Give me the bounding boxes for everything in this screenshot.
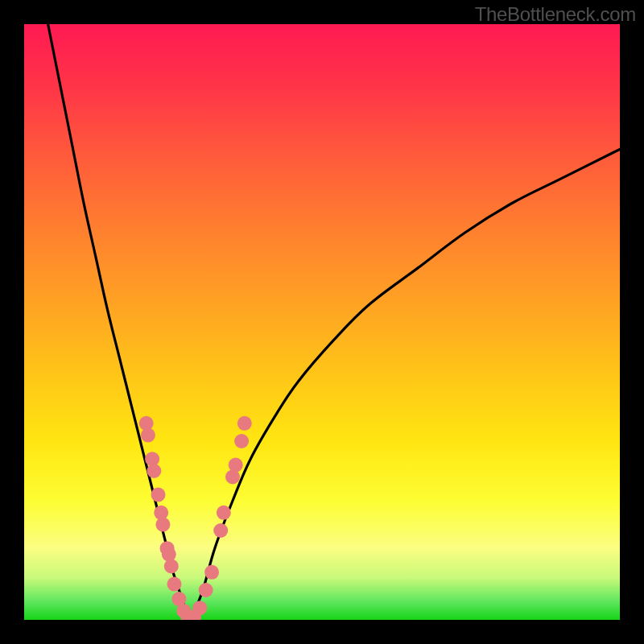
data-point	[217, 506, 231, 520]
data-point	[151, 488, 166, 502]
data-point	[141, 428, 155, 443]
data-point	[147, 464, 161, 478]
watermark-text: TheBottleneck.com	[475, 3, 636, 26]
data-point	[204, 565, 219, 580]
data-point	[213, 523, 228, 538]
data-point	[234, 434, 249, 448]
curve-right-branch	[191, 149, 620, 620]
data-point	[199, 583, 213, 597]
curve-left-branch	[48, 24, 192, 620]
data-point	[155, 518, 170, 532]
data-point	[229, 458, 243, 473]
chart-frame: TheBottleneck.com	[0, 0, 644, 644]
data-point	[167, 577, 181, 592]
plot-area	[24, 24, 620, 620]
data-point	[164, 559, 179, 573]
curve-layer	[24, 24, 620, 620]
data-point	[192, 601, 207, 615]
data-point	[237, 416, 252, 431]
data-point	[162, 547, 176, 562]
